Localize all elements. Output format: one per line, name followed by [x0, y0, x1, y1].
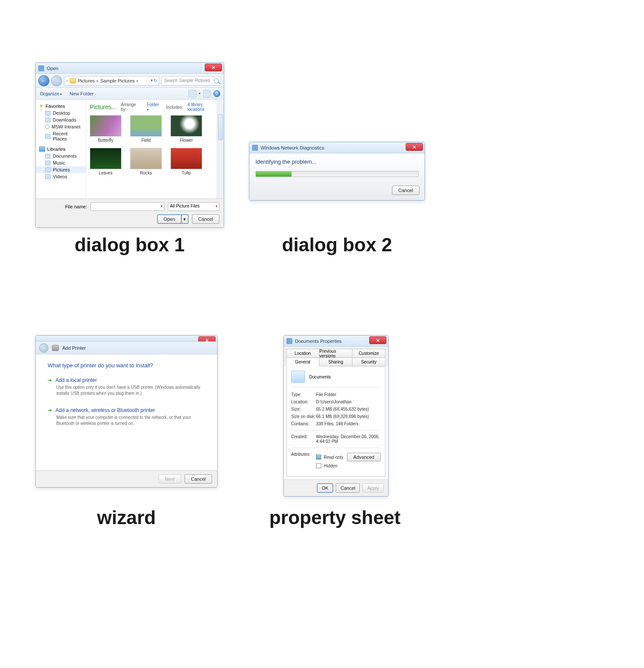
tab-sharing[interactable]: Sharing — [319, 357, 352, 366]
file-thumbnail[interactable]: Butterfly — [90, 115, 122, 143]
progress-bar — [255, 171, 419, 177]
tab-pane-general: Documents Type:File Folder Location:D:\U… — [286, 366, 386, 477]
window-title: Windows Network Diagnostics — [261, 145, 324, 150]
app-icon — [38, 65, 44, 71]
label-size-on-disk: Size on disk: — [291, 414, 316, 419]
view-options-button[interactable] — [188, 90, 196, 98]
titlebar[interactable]: Documents Properties ✕ — [284, 336, 388, 347]
caption-dialog-2: dialog box 2 — [249, 234, 425, 256]
folder-icon — [70, 78, 76, 83]
breadcrumb-segment[interactable]: Pictures — [78, 78, 95, 83]
history-chevron-icon: « — [66, 79, 68, 83]
item-name[interactable]: Documents — [309, 375, 331, 379]
cancel-button[interactable]: Cancel — [185, 474, 212, 484]
properties-dialog: Documents Properties ✕ Location Previous… — [283, 335, 389, 497]
wizard-option-network[interactable]: ➔Add a network, wireless or Bluetooth pr… — [48, 407, 205, 426]
search-placeholder: Search Sample Pictures — [164, 78, 210, 83]
window-title: Documents Properties — [295, 339, 342, 344]
sidebar-item-recent[interactable]: Recent Places — [36, 130, 86, 142]
arrow-right-icon: ➔ — [48, 407, 52, 413]
chevron-down-icon[interactable]: ▾ — [161, 204, 163, 208]
desktop-icon — [45, 111, 51, 116]
caption-dialog-1: dialog box 1 — [35, 234, 224, 256]
label-created: Created: — [291, 434, 316, 444]
sidebar-item-documents[interactable]: Documents — [36, 153, 86, 159]
checkbox-readonly[interactable] — [316, 454, 321, 460]
tab-previous-versions[interactable]: Previous versions — [319, 349, 352, 358]
chevron-right-icon: ▸ — [137, 79, 139, 83]
thumbnail-image — [90, 148, 122, 169]
tab-security[interactable]: Security — [352, 357, 386, 366]
advanced-button[interactable]: Advanced — [347, 453, 381, 461]
preview-pane-button[interactable] — [203, 90, 211, 98]
app-icon — [252, 145, 258, 151]
option-description: Use this option only if you don't have a… — [56, 384, 205, 396]
new-folder-button[interactable]: New Folder — [70, 91, 94, 96]
sidebar-item-downloads[interactable]: Downloads — [36, 116, 86, 123]
file-thumbnail[interactable]: Leaves — [90, 148, 122, 175]
address-bar[interactable]: « Pictures ▸ Sample Pictures ▸ ▾ ↻ — [64, 76, 159, 85]
search-input[interactable]: Search Sample Pictures — [161, 76, 221, 85]
close-button[interactable]: ✕ — [205, 64, 222, 71]
sidebar-item-music[interactable]: Music — [36, 159, 86, 166]
apply-button: Apply — [362, 483, 384, 493]
scrollbar-thumb[interactable] — [218, 114, 223, 140]
file-thumbnail[interactable]: Rocks — [130, 148, 162, 175]
organize-menu[interactable]: Organize — [40, 91, 62, 96]
printer-icon — [52, 345, 59, 351]
videos-icon — [45, 174, 51, 179]
open-button[interactable]: Open — [157, 214, 182, 224]
label-location: Location: — [291, 400, 316, 404]
value-size-on-disk: 66.1 MB (69,328,896 bytes) — [316, 414, 381, 419]
tab-general[interactable]: General — [286, 357, 319, 366]
sidebar-item-desktop[interactable]: Desktop — [36, 110, 86, 116]
star-icon: ★ — [39, 103, 43, 109]
back-button[interactable]: ← — [39, 343, 49, 353]
dropdown-chevron-icon[interactable]: ▾ — [151, 78, 153, 83]
file-thumbnail[interactable]: Field — [130, 115, 162, 143]
downloads-icon — [45, 118, 51, 122]
filename-input[interactable]: ▾ — [91, 202, 164, 211]
tab-customize[interactable]: Customize — [352, 349, 386, 358]
pictures-icon — [45, 168, 51, 172]
content-pane: Pictures... Arrange by: Folder ▾ Include… — [86, 100, 224, 198]
open-file-dialog: Open ✕ ← → « Pictures ▸ Sample Pictures … — [35, 62, 224, 228]
titlebar[interactable]: Open ✕ — [36, 63, 224, 74]
breadcrumb-segment[interactable]: Sample Pictures — [100, 78, 135, 83]
close-button[interactable]: ✕ — [406, 143, 423, 151]
cancel-button[interactable]: Cancel — [336, 483, 360, 493]
cancel-button[interactable]: Cancel — [192, 214, 219, 224]
file-thumbnail[interactable]: Flower — [170, 115, 202, 143]
sidebar-item-pictures[interactable]: Pictures — [36, 166, 86, 173]
vertical-scrollbar[interactable] — [217, 100, 224, 198]
progress-fill — [256, 171, 292, 177]
libraries-icon — [39, 146, 45, 152]
sidebar-item-videos[interactable]: Videos — [36, 173, 86, 180]
refresh-icon[interactable]: ↻ — [154, 78, 157, 83]
diagnostics-dialog: Windows Network Diagnostics ✕ Identifyin… — [249, 142, 425, 201]
wizard-option-local[interactable]: ➔Add a local printer Use this option onl… — [48, 377, 205, 396]
checkbox-hidden[interactable] — [316, 463, 321, 468]
tab-location[interactable]: Location — [286, 349, 319, 358]
includes-label: Includes: — [166, 105, 183, 110]
ok-button[interactable]: OK — [317, 483, 333, 493]
titlebar[interactable]: ✕ — [36, 336, 217, 342]
nav-forward-button[interactable]: → — [51, 75, 62, 86]
dropdown-chevron-icon[interactable]: ▾ — [199, 92, 200, 95]
sidebar-group-libraries[interactable]: Libraries — [36, 145, 86, 153]
titlebar[interactable]: Windows Network Diagnostics ✕ — [249, 142, 425, 153]
nav-back-button[interactable]: ← — [38, 75, 49, 86]
sidebar-group-favorites[interactable]: ★Favorites — [36, 101, 86, 110]
add-printer-wizard: ✕ ← Add Printer What type of printer do … — [35, 335, 218, 488]
file-type-filter[interactable]: All Picture Files▾ — [168, 202, 219, 211]
help-icon[interactable]: ? — [213, 90, 220, 97]
wizard-question: What type of printer do you want to inst… — [48, 362, 205, 369]
open-button-dropdown[interactable]: ▾ — [182, 214, 188, 224]
includes-link[interactable]: 4 library locations — [188, 102, 220, 112]
arrange-by-value[interactable]: Folder ▾ — [147, 102, 162, 112]
option-description: Make sure that your computer is connecte… — [56, 415, 205, 426]
file-thumbnail[interactable]: Tulip — [170, 148, 202, 175]
sidebar-item-intranet[interactable]: MSW Intranet — [36, 123, 86, 130]
cancel-button[interactable]: Cancel — [392, 186, 419, 195]
close-button[interactable]: ✕ — [369, 336, 386, 344]
